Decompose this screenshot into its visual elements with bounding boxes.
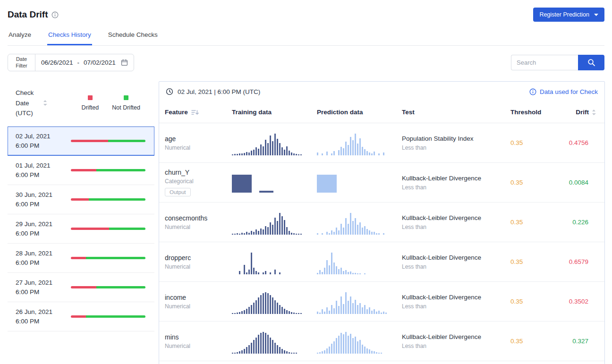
check-date: 26 Jun, 2021 (16, 308, 71, 315)
feature-type: Numerical (165, 144, 232, 151)
tab-checks-history[interactable]: Checks History (47, 27, 92, 45)
check-time: 6:00 PM (16, 142, 71, 149)
column-header-prediction-data: Prediction data (317, 109, 402, 116)
check-detail-panel: 02 Jul, 2021 | 6:00 PM (UTC) Data used f… (159, 81, 605, 364)
test-name: Kullback-Leibler Divergence (402, 333, 510, 340)
check-item[interactable]: 29 Jun, 20216:00 PM (8, 214, 154, 244)
test-cell: Kullback-Leibler DivergenceLess than (402, 175, 510, 191)
drift-ratio-bar (71, 286, 145, 288)
check-item[interactable]: 01 Jul, 20216:00 PM (8, 156, 154, 185)
threshold-value: 0.35 (510, 258, 559, 265)
check-time: 6:00 PM (16, 171, 71, 178)
test-condition: Less than (402, 343, 510, 349)
feature-type: Numerical (165, 224, 232, 230)
column-label: Training data (232, 109, 272, 116)
date-start: 06/26/2021 (41, 59, 73, 66)
drift-value: 0.327 (559, 338, 599, 345)
training-data-cell (232, 329, 317, 354)
sort-icon[interactable] (43, 100, 47, 106)
search-group (511, 55, 604, 70)
threshold-value: 0.35 (510, 179, 559, 186)
output-badge: Output (165, 188, 191, 196)
prediction-data-cell (317, 289, 402, 314)
calendar-icon[interactable] (121, 59, 128, 66)
column-header-drift[interactable]: Drift (559, 109, 599, 116)
check-item[interactable]: 26 Jun, 20216:00 PM (8, 302, 154, 331)
training-histogram (232, 210, 317, 235)
test-name: Kullback-Leibler Divergence (402, 254, 510, 261)
check-item[interactable]: 02 Jul, 20216:00 PM (8, 127, 154, 156)
feature-cell: droppercNumerical (165, 254, 232, 270)
check-time: 6:00 PM (16, 318, 71, 325)
prediction-histogram (317, 210, 402, 235)
check-date-time: 28 Jun, 20216:00 PM (16, 250, 71, 266)
column-header-feature[interactable]: Feature (165, 109, 232, 116)
feature-name: age (165, 135, 232, 143)
tab-schedule-checks[interactable]: Schedule Checks (107, 27, 159, 45)
sort-updown-icon[interactable] (592, 109, 596, 116)
check-date-column-label[interactable]: Check Date (UTC) (16, 88, 41, 119)
table-body: ageNumericalPopulation Stability IndexLe… (159, 123, 604, 361)
drift-value: 0.0084 (559, 179, 599, 186)
data-used-link[interactable]: Data used for Check (529, 88, 598, 95)
test-cell: Population Stability IndexLess than (402, 135, 510, 151)
page-title: Data Drift (8, 9, 48, 20)
legend: DriftedNot Drifted (81, 95, 147, 111)
sort-icon[interactable] (191, 109, 199, 116)
check-item[interactable]: 28 Jun, 20216:00 PM (8, 244, 154, 273)
threshold-value: 0.35 (510, 219, 559, 226)
column-header-threshold: Threshold (510, 109, 559, 116)
feature-row: consecmonthsNumericalKullback-Leibler Di… (159, 203, 604, 242)
prediction-data-cell (317, 250, 402, 274)
column-label: Feature (165, 109, 188, 116)
column-header-training-data: Training data (232, 109, 317, 116)
check-time: 6:00 PM (16, 230, 71, 237)
info-icon[interactable] (51, 11, 59, 18)
check-date-time: 27 Jun, 20216:00 PM (16, 279, 71, 296)
training-histogram (232, 329, 317, 354)
check-date: 01 Jul, 2021 (16, 162, 71, 169)
drift-ratio-bar (71, 198, 145, 201)
legend-swatch (124, 95, 128, 100)
date-filter[interactable]: Date Filter 06/26/2021 - 07/02/2021 (8, 54, 134, 71)
prediction-histogram (317, 131, 402, 155)
drift-value: 0.6579 (559, 258, 599, 265)
feature-type: Categorical (165, 178, 232, 185)
feature-type: Numerical (165, 263, 232, 270)
check-date-time: 26 Jun, 20216:00 PM (16, 308, 71, 325)
legend-drifted: Drifted (81, 95, 99, 111)
test-cell: Kullback-Leibler DivergenceLess than (402, 254, 510, 270)
check-date: 27 Jun, 2021 (16, 279, 71, 286)
column-label: Drift (576, 109, 589, 116)
feature-cell: ageNumerical (165, 135, 232, 151)
check-item[interactable]: 30 Jun, 20216:00 PM (8, 185, 154, 214)
info-icon (529, 88, 536, 95)
feature-cell: minsNumerical (165, 333, 232, 349)
test-cell: Kullback-Leibler DivergenceLess than (402, 214, 510, 230)
search-button[interactable] (578, 55, 604, 70)
feature-name: income (165, 294, 232, 301)
detail-timestamp: 02 Jul, 2021 | 6:00 PM (UTC) (178, 88, 260, 95)
filter-bar: Date Filter 06/26/2021 - 07/02/2021 (0, 46, 612, 71)
test-condition: Less than (402, 303, 510, 310)
check-date-time: 02 Jul, 20216:00 PM (16, 133, 71, 149)
feature-name: consecmonths (165, 214, 232, 222)
training-data-cell (232, 131, 317, 155)
feature-name: churn_Y (165, 169, 232, 176)
register-prediction-button[interactable]: Register Prediction (533, 8, 604, 22)
prediction-histogram (317, 250, 402, 274)
training-histogram (232, 173, 317, 193)
feature-row: minsNumericalKullback-Leibler Divergence… (159, 322, 604, 361)
feature-cell: incomeNumerical (165, 294, 232, 310)
data-used-label: Data used for Check (540, 88, 598, 95)
drift-ratio-bar (71, 315, 145, 318)
threshold-value: 0.35 (510, 139, 559, 146)
threshold-value: 0.35 (510, 338, 559, 345)
search-input[interactable] (511, 55, 578, 70)
date-filter-label: Date Filter (8, 54, 35, 71)
chevron-down-icon (594, 14, 598, 16)
check-item[interactable]: 27 Jun, 20216:00 PM (8, 273, 154, 302)
feature-row: incomeNumericalKullback-Leibler Divergen… (159, 282, 604, 322)
tab-analyze[interactable]: Analyze (8, 27, 32, 45)
threshold-value: 0.35 (510, 298, 559, 305)
